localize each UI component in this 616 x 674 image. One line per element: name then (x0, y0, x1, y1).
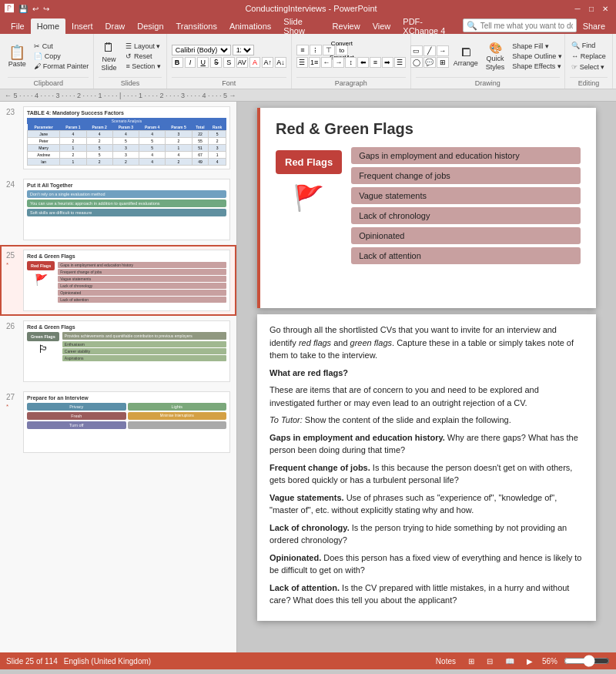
indent-less-btn[interactable]: ← (321, 57, 333, 68)
slide-thumb-24[interactable]: 24 Put it All Together Don't rely on a s… (0, 174, 236, 245)
text-direction-btn[interactable]: ≡ (296, 45, 309, 55)
rect-shape[interactable]: ▭ (410, 45, 423, 56)
replace-btn[interactable]: ↔ Replace (568, 52, 609, 61)
slide-num-25: 25* (6, 251, 18, 311)
slideshow-btn[interactable]: ▶ (524, 656, 536, 666)
tab-pdfxchange[interactable]: PDF-XChange 4 (397, 18, 462, 34)
tab-design[interactable]: Design (131, 18, 169, 34)
more-shapes[interactable]: ⊞ (437, 57, 449, 68)
tab-file[interactable]: File (5, 18, 31, 34)
s27-cell-empty (128, 421, 227, 429)
undo-qa-btn[interactable]: ↩ (31, 5, 40, 13)
tab-animations[interactable]: Animations (223, 18, 277, 34)
reset-btn[interactable]: ↺ Reset (122, 52, 163, 61)
s27-title: Prepare for an Interview (27, 395, 226, 401)
font-size-down-btn[interactable]: A↓ (275, 57, 286, 68)
select-btn[interactable]: ☞ Select ▾ (568, 62, 609, 72)
reading-view-btn[interactable]: 📖 (502, 656, 517, 666)
justify-btn[interactable]: ☰ (394, 57, 406, 68)
slide-panel[interactable]: 23 TABLE 4: Mandatory Success Factors Sc… (0, 102, 237, 652)
zoom-slider[interactable] (564, 656, 610, 666)
quick-styles-btn[interactable]: 🎨 QuickStyles (483, 40, 508, 72)
bullets-btn[interactable]: ☰ (296, 57, 308, 68)
tab-insert[interactable]: Insert (65, 18, 99, 34)
tab-transitions[interactable]: Transitions (170, 18, 223, 34)
slide-thumb-25[interactable]: 25* Red & Green Flags Red Flags 🚩 Gaps i… (0, 245, 236, 316)
font-size-select[interactable]: 12 (233, 45, 254, 55)
shape-outline-btn[interactable]: Shape Outline ▾ (509, 52, 565, 61)
shadow-btn[interactable]: S (223, 57, 235, 68)
section-btn[interactable]: ≡ Section ▾ (122, 62, 163, 71)
numbering-btn[interactable]: 1≡ (309, 57, 320, 68)
tab-slideshow[interactable]: Slide Show (277, 18, 326, 34)
new-slide-btn[interactable]: 🗒 New Slide (96, 39, 121, 73)
arrange-btn[interactable]: ⧠ Arrange (450, 45, 481, 69)
paragraph-label: Paragraph (296, 77, 406, 87)
formula-bar: ← 5 · · · · 4 · · · · 3 · · · · 2 · · · … (0, 89, 616, 102)
find-btn[interactable]: 🔍 Find (568, 41, 609, 50)
shape-effects-btn[interactable]: Shape Effects ▾ (509, 62, 565, 71)
align-left-btn[interactable]: ⬅ (357, 57, 369, 68)
smartart-btn[interactable]: Convert to SmartArt (336, 45, 348, 55)
tab-review[interactable]: Review (326, 18, 367, 34)
strikethrough-btn[interactable]: S̶ (210, 57, 222, 68)
tab-home[interactable]: Home (31, 18, 65, 34)
notes-intro: Go through all the shortlisted CVs that … (270, 324, 584, 362)
copy-btn[interactable]: 📄 Copy (31, 52, 92, 61)
content-area[interactable]: Red & Green Flags Red Flags 🚩 Gaps in em… (237, 102, 616, 652)
ribbon-search-input[interactable] (480, 22, 573, 30)
cut-btn[interactable]: ✂ Cut (31, 42, 92, 51)
callout-shape[interactable]: 💬 (424, 57, 436, 68)
flag-item-6: Lack of attention (351, 247, 581, 264)
indent-more-btn[interactable]: → (333, 57, 344, 68)
columns-btn[interactable]: ⫶ (310, 45, 322, 55)
redo-qa-btn[interactable]: ↪ (42, 5, 51, 13)
bold-btn[interactable]: B (172, 57, 183, 68)
normal-view-btn[interactable]: ⊞ (465, 656, 477, 666)
slide-num-24: 24 (6, 180, 18, 240)
font-color-btn[interactable]: A (249, 57, 261, 68)
slides-label: Slides (99, 77, 161, 87)
s27-cell-turnoff: Turn off (27, 421, 126, 429)
tab-view[interactable]: View (367, 18, 397, 34)
main-area: 23 TABLE 4: Mandatory Success Factors Sc… (0, 102, 616, 652)
align-center-btn[interactable]: ≡ (370, 57, 381, 68)
save-qa-btn[interactable]: 💾 (17, 5, 29, 13)
slide-content-25: Red & Green Flags Red Flags 🚩 Gaps in em… (23, 250, 230, 311)
slide-thumb-27[interactable]: 27* Prepare for an Interview Privacy Lig… (0, 387, 236, 458)
underline-btn[interactable]: U (197, 57, 209, 68)
layout-btn[interactable]: ☰ Layout ▾ (122, 42, 163, 51)
close-btn[interactable]: ✕ (599, 2, 611, 15)
line-shape[interactable]: ╱ (424, 45, 436, 56)
slides-group: 🗒 New Slide ☰ Layout ▾ ↺ Reset ≡ Section… (94, 34, 166, 89)
notes-btn[interactable]: Notes (433, 656, 459, 666)
shape-fill-btn[interactable]: Shape Fill ▾ (509, 42, 565, 51)
oval-shape[interactable]: ◯ (410, 57, 423, 68)
window-title: ConductingInterviews - PowerPoint (51, 4, 571, 13)
line-spacing-btn[interactable]: ↕ (345, 57, 357, 68)
format-painter-btn[interactable]: 🖌 Format Painter (31, 62, 92, 71)
align-right-btn[interactable]: ➡ (382, 57, 393, 68)
quick-styles-icon: 🎨 (489, 42, 502, 54)
paste-btn[interactable]: 📋 Paste (5, 44, 29, 69)
slide-num-27: 27* (6, 393, 18, 453)
maximize-btn[interactable]: □ (585, 2, 598, 15)
font-label: Font (172, 77, 286, 87)
ruler-markers: ← 5 · · · · 4 · · · · 3 · · · · 2 · · · … (5, 92, 611, 99)
notes-exp-1: Gaps in employment and education history… (270, 431, 584, 457)
font-name-select[interactable]: Calibri (Body) (172, 45, 231, 55)
s24-box-2: You can use a heuristic approach in addi… (27, 200, 226, 207)
slide-thumb-23[interactable]: 23 TABLE 4: Mandatory Success Factors Sc… (0, 102, 236, 174)
slide-num-26: 26 (6, 322, 18, 382)
minimize-btn[interactable]: ─ (571, 2, 584, 15)
tab-draw[interactable]: Draw (99, 18, 132, 34)
italic-btn[interactable]: I (185, 57, 196, 68)
flag-items-list: Gaps in employment and education history… (351, 147, 581, 264)
char-spacing-btn[interactable]: AV (236, 57, 248, 68)
arrow-shape[interactable]: → (437, 45, 449, 56)
slide-thumb-26[interactable]: 26 Red & Green Flags Green Flags 🏳 Provi… (0, 316, 236, 387)
slide-sorter-btn[interactable]: ⊟ (484, 656, 496, 666)
share-btn[interactable]: Share (577, 18, 611, 34)
clipboard-group: 📋 Paste ✂ Cut 📄 Copy 🖌 Format Painter Cl… (3, 34, 94, 89)
font-size-up-btn[interactable]: A↑ (262, 57, 273, 68)
